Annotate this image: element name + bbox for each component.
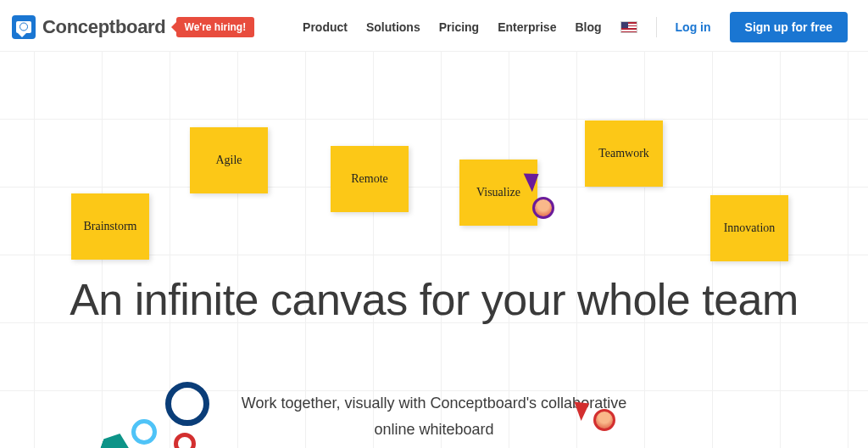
login-link[interactable]: Log in: [676, 20, 711, 34]
sticky-agile[interactable]: Agile: [190, 127, 268, 193]
sticky-remote[interactable]: Remote: [331, 146, 409, 212]
nav-enterprise[interactable]: Enterprise: [498, 20, 556, 34]
header-nav: Product Solutions Pricing Enterprise Blo…: [303, 12, 848, 42]
nav-blog[interactable]: Blog: [575, 20, 601, 34]
nav-pricing[interactable]: Pricing: [439, 20, 479, 34]
decor-circle-red: [174, 433, 196, 448]
decor-circle-blue: [165, 382, 209, 426]
nav-solutions[interactable]: Solutions: [366, 20, 420, 34]
sticky-visualize[interactable]: Visualize: [459, 160, 537, 226]
sticky-innovation[interactable]: Innovation: [710, 195, 788, 261]
header: Conceptboard We're hiring! Product Solut…: [0, 0, 868, 54]
divider: [656, 17, 657, 37]
sticky-brainstorm[interactable]: Brainstorm: [71, 193, 149, 260]
hero-title: An infinite canvas for your whole team: [61, 272, 807, 329]
avatar-purple: [532, 197, 554, 219]
header-left: Conceptboard We're hiring!: [12, 15, 254, 39]
decor-circle-cyan: [131, 419, 157, 445]
language-flag-icon[interactable]: [620, 21, 637, 33]
decor-chevron-teal: [97, 428, 132, 448]
avatar-red: [593, 409, 615, 431]
hiring-badge[interactable]: We're hiring!: [176, 17, 255, 37]
logo[interactable]: Conceptboard: [12, 15, 166, 39]
logo-icon: [12, 15, 36, 39]
logo-text: Conceptboard: [42, 16, 166, 38]
signup-button[interactable]: Sign up for free: [730, 12, 848, 42]
nav-product[interactable]: Product: [303, 20, 348, 34]
canvas: Brainstorm Agile Remote Visualize Teamwo…: [0, 51, 868, 448]
sticky-teamwork[interactable]: Teamwork: [585, 120, 663, 187]
